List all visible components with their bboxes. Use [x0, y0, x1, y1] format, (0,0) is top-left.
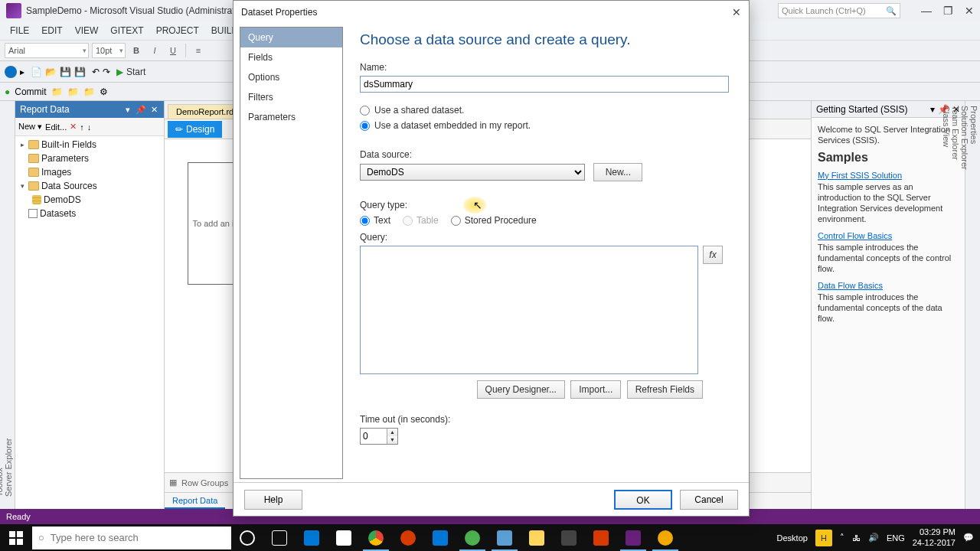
- notepad-icon[interactable]: [488, 524, 521, 551]
- menu-file[interactable]: FILE: [4, 23, 35, 38]
- volume-icon[interactable]: 🔊: [868, 533, 879, 543]
- new-dropdown[interactable]: New ▾: [18, 122, 42, 132]
- font-size-select[interactable]: 10pt: [92, 43, 126, 58]
- file-icon[interactable]: [328, 524, 360, 551]
- action-center-icon[interactable]: 💬: [963, 533, 974, 543]
- mail-icon[interactable]: [296, 524, 328, 551]
- tools-icon[interactable]: [553, 524, 585, 551]
- radio-shared[interactable]: [360, 106, 370, 116]
- tree-datasets[interactable]: Datasets: [15, 207, 164, 220]
- tree-builtins[interactable]: ▸Built-in Fields: [15, 138, 164, 152]
- import-button[interactable]: Import...: [570, 380, 621, 399]
- menu-gitext[interactable]: GITEXT: [104, 23, 149, 38]
- tree-demods[interactable]: DemoDS: [15, 193, 164, 207]
- solution-explorer-tab[interactable]: Solution Explorer: [960, 106, 969, 497]
- network-icon[interactable]: 🖧: [852, 533, 861, 543]
- tray-chevron-icon[interactable]: ˄: [840, 533, 844, 543]
- task-view-button[interactable]: [263, 524, 296, 551]
- menu-project[interactable]: PROJECT: [150, 23, 205, 38]
- menu-edit[interactable]: EDIT: [35, 23, 68, 38]
- up-icon[interactable]: ↑: [80, 122, 84, 132]
- spinner-up-icon[interactable]: ▲: [387, 429, 397, 436]
- datasource-select[interactable]: DemoDS: [360, 164, 585, 181]
- spinner-down-icon[interactable]: ▼: [387, 436, 397, 444]
- nav-options[interactable]: Options: [240, 67, 342, 87]
- query-designer-button[interactable]: Query Designer...: [477, 380, 565, 399]
- user-icon[interactable]: H: [815, 530, 832, 546]
- qtype-sp-radio[interactable]: [451, 216, 461, 226]
- font-family-select[interactable]: Arial: [5, 43, 89, 58]
- refresh-fields-button[interactable]: Refresh Fields: [627, 380, 703, 399]
- new-datasource-button[interactable]: New...: [593, 163, 642, 181]
- quick-launch-input[interactable]: Quick Launch (Ctrl+Q) 🔍: [778, 3, 900, 18]
- clock[interactable]: 03:29 PM 24-12-2017: [913, 527, 956, 547]
- visual-studio-icon[interactable]: [617, 524, 649, 551]
- nav-parameters[interactable]: Parameters: [240, 107, 342, 127]
- chrome-icon[interactable]: [360, 524, 392, 551]
- tab-report-data[interactable]: Report Data: [165, 494, 225, 509]
- panel-dropdown-icon[interactable]: ▾: [930, 104, 935, 115]
- cortana-button[interactable]: [231, 524, 263, 551]
- git-icon[interactable]: 📁: [51, 86, 63, 97]
- fx-button[interactable]: fx: [703, 246, 723, 264]
- panel-close-icon[interactable]: ✕: [149, 105, 159, 115]
- close-button[interactable]: ✕: [959, 5, 980, 17]
- nav-fwd-icon[interactable]: ▸: [20, 67, 24, 77]
- camtasia-icon[interactable]: [649, 524, 681, 551]
- save-icon[interactable]: 💾: [60, 67, 71, 77]
- edit-button[interactable]: Edit...: [45, 122, 67, 132]
- redo-icon[interactable]: ↷: [103, 67, 110, 77]
- show-desktop-button[interactable]: Desktop: [777, 533, 808, 543]
- toolbox-tab[interactable]: Toolbox: [0, 106, 4, 497]
- tree-parameters[interactable]: Parameters: [15, 152, 164, 165]
- dialog-close-icon[interactable]: ✕: [732, 6, 741, 18]
- taskbar-search[interactable]: ○ Type here to search: [32, 527, 231, 549]
- office-icon[interactable]: [585, 524, 617, 551]
- commit-button[interactable]: Commit: [15, 86, 46, 97]
- tree-datasources[interactable]: ▾Data Sources: [15, 179, 164, 193]
- cancel-button[interactable]: Cancel: [680, 490, 738, 510]
- minimize-button[interactable]: —: [916, 5, 937, 17]
- name-input[interactable]: [360, 76, 729, 93]
- qtype-text-radio[interactable]: [360, 216, 370, 226]
- nav-filters[interactable]: Filters: [240, 87, 342, 107]
- timeout-spinner[interactable]: ▲▼: [360, 428, 398, 445]
- open-icon[interactable]: 📂: [45, 67, 57, 77]
- tree-images[interactable]: Images: [15, 165, 164, 179]
- nav-fields[interactable]: Fields: [240, 47, 342, 67]
- underline-button[interactable]: U: [165, 43, 181, 58]
- down-icon[interactable]: ↓: [87, 122, 92, 132]
- panel-pin-icon[interactable]: 📌: [136, 105, 146, 115]
- nav-query[interactable]: Query: [240, 28, 342, 47]
- timeout-input[interactable]: [361, 429, 387, 444]
- new-project-icon[interactable]: 📄: [31, 67, 42, 77]
- italic-button[interactable]: I: [147, 43, 162, 58]
- delete-icon[interactable]: ✕: [70, 122, 77, 132]
- maximize-button[interactable]: ❐: [937, 5, 959, 17]
- app-icon[interactable]: [392, 524, 424, 551]
- class-view-tab[interactable]: Class View: [942, 106, 951, 497]
- ssms-icon[interactable]: [456, 524, 488, 551]
- server-explorer-tab[interactable]: Server Explorer: [4, 106, 13, 497]
- radio-embedded[interactable]: [360, 121, 370, 131]
- git-icon-2[interactable]: 📁: [67, 86, 79, 97]
- undo-icon[interactable]: ↶: [92, 67, 100, 77]
- panel-dropdown-icon[interactable]: ▾: [122, 105, 133, 115]
- help-button[interactable]: Help: [244, 490, 302, 510]
- sample-link-0[interactable]: My First SSIS Solution: [818, 171, 959, 180]
- explorer-icon[interactable]: [521, 524, 553, 551]
- store-icon[interactable]: [424, 524, 456, 551]
- git-icon-3[interactable]: 📁: [83, 86, 95, 97]
- align-button[interactable]: ≡: [191, 43, 206, 58]
- ok-button[interactable]: OK: [614, 490, 672, 510]
- query-textarea[interactable]: [360, 246, 698, 374]
- design-tab[interactable]: ✏Design: [168, 121, 222, 138]
- git-icon-4[interactable]: ⚙: [100, 86, 108, 97]
- bold-button[interactable]: B: [129, 43, 144, 58]
- start-button[interactable]: [0, 524, 32, 551]
- language-indicator[interactable]: ENG: [887, 533, 905, 543]
- save-all-icon[interactable]: 💾: [74, 67, 86, 77]
- nav-back-icon[interactable]: [5, 66, 17, 78]
- team-explorer-tab[interactable]: Team Explorer: [951, 106, 960, 497]
- sample-link-1[interactable]: Control Flow Basics: [818, 231, 959, 240]
